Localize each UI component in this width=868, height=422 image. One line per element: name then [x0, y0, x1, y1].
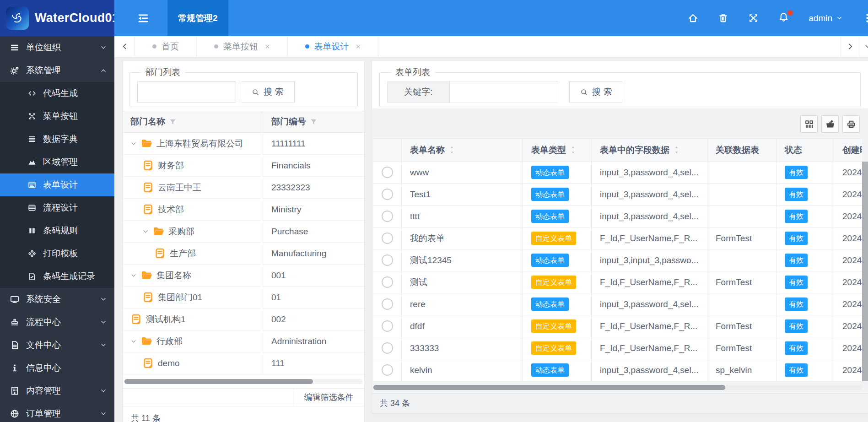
radio-button[interactable]	[382, 364, 393, 376]
radio-button[interactable]	[382, 276, 393, 288]
notifications-button[interactable]	[778, 12, 789, 24]
column-header-dept-name[interactable]: 部门名称	[123, 111, 262, 132]
department-row[interactable]: 财务部Financials	[123, 155, 364, 177]
column-header-form-name[interactable]: 表单名称	[402, 139, 523, 161]
radio-button[interactable]	[382, 298, 393, 310]
sort-icon[interactable]	[674, 145, 679, 155]
department-row[interactable]: 生产部Manufacturing	[123, 243, 364, 265]
home-icon[interactable]	[688, 13, 698, 23]
sidebar-item-region[interactable]: 区域管理	[0, 151, 114, 173]
form-row[interactable]: kelvin动态表单input_3,password_4,sel...sp_ke…	[373, 359, 862, 381]
tab-form-design[interactable]: 表单设计×	[288, 36, 379, 57]
sidebar-item-flow-center[interactable]: 流程中心	[0, 311, 114, 334]
filter-icon[interactable]	[310, 119, 317, 125]
fullscreen-icon[interactable]	[748, 13, 759, 23]
sort-icon[interactable]	[570, 145, 576, 155]
form-name: 我的表单	[402, 227, 523, 249]
scrollbar-thumb[interactable]	[373, 385, 725, 390]
tab-close-icon[interactable]: ×	[265, 43, 270, 51]
trash-icon[interactable]	[718, 13, 728, 23]
department-row[interactable]: 云南王中王23332323	[123, 177, 364, 199]
dept-name-cell: 集团名称	[123, 265, 262, 286]
form-row[interactable]: 我的表单自定义表单F_Id,F_UserName,F_R...FormTest有…	[373, 227, 862, 249]
more-options-icon[interactable]	[862, 13, 868, 23]
sidebar-item-barcode-rule[interactable]: 条码规则	[0, 219, 114, 242]
sort-icon[interactable]	[449, 145, 455, 155]
status-cell: 有效	[776, 359, 834, 381]
radio-button[interactable]	[382, 320, 393, 332]
department-row[interactable]: demo111	[123, 352, 364, 374]
created-time: 2024-0	[834, 206, 862, 227]
vertical-scrollbar[interactable]	[862, 162, 868, 381]
form-table: 表单名称 表单类型 表单中的字段数据 关联数据表	[373, 138, 862, 381]
sidebar-item-org[interactable]: 单位组织	[0, 36, 114, 59]
dept-code: 23332323	[262, 177, 364, 198]
department-search-button[interactable]: 搜 索	[241, 81, 295, 103]
department-row[interactable]: 技术部Ministry	[123, 199, 364, 221]
sidebar-item-barcode-log[interactable]: 条码生成记录	[0, 265, 114, 288]
radio-button[interactable]	[382, 233, 393, 244]
sidebar-item-system[interactable]: 系统管理	[0, 59, 114, 82]
sidebar-item-content-mgmt[interactable]: 内容管理	[0, 379, 114, 402]
form-row[interactable]: tttt动态表单input_3,password_4,sel...有效2024-…	[373, 206, 862, 227]
tabs-dropdown-button[interactable]	[860, 36, 868, 57]
form-row[interactable]: 测试12345动态表单input_3,input_3,passwo...有效20…	[373, 249, 862, 271]
department-search-input[interactable]	[137, 81, 236, 103]
department-row[interactable]: 集团部门0101	[123, 287, 364, 308]
tab-home[interactable]: 首页	[135, 36, 197, 57]
filter-icon[interactable]	[169, 119, 176, 125]
radio-button[interactable]	[382, 254, 393, 266]
column-header-form-type[interactable]: 表单类型	[523, 139, 592, 161]
department-row[interactable]: 集团名称001	[123, 265, 364, 287]
sidebar-item-flow-design[interactable]: 流程设计	[0, 196, 114, 219]
form-row[interactable]: 333333自定义表单F_Id,F_UserName,F_R...FormTes…	[373, 337, 862, 359]
radio-button[interactable]	[382, 211, 393, 222]
sidebar-collapse-icon[interactable]	[137, 12, 149, 24]
department-search-fieldset: 部门列表 搜 索	[129, 66, 358, 107]
sidebar-item-security[interactable]: 系统安全	[0, 288, 114, 311]
arrows-icon	[28, 112, 36, 120]
sidebar-item-data-dict[interactable]: 数据字典	[0, 128, 114, 151]
sidebar-item-form-design[interactable]: 表单设计	[0, 173, 114, 196]
scrollbar-thumb[interactable]	[124, 379, 313, 384]
form-row-select-cell	[373, 315, 402, 337]
tabs-scroll-right-button[interactable]	[841, 36, 860, 57]
sidebar-item-order-mgmt[interactable]: 订单管理	[0, 402, 114, 422]
top-tab-label: 常规管理2	[178, 12, 218, 24]
form-row[interactable]: rere动态表单input_3,password_4,sel...有效2024-…	[373, 293, 862, 315]
sidebar-item-info-center[interactable]: 信息中心	[0, 357, 114, 379]
top-tab-general-management[interactable]: 常规管理2	[167, 0, 228, 36]
radio-button[interactable]	[382, 189, 393, 200]
document-icon	[154, 248, 166, 259]
department-row[interactable]: 测试机构1002	[123, 308, 364, 330]
form-search-button[interactable]: 搜 索	[569, 81, 623, 103]
horizontal-scrollbar	[373, 385, 862, 390]
radio-button[interactable]	[382, 167, 393, 178]
tabs-scroll-left-button[interactable]	[114, 36, 135, 57]
status-badge: 有效	[785, 319, 808, 333]
export-button[interactable]	[821, 115, 839, 133]
sidebar-item-code-gen[interactable]: 代码生成	[0, 82, 114, 105]
form-row[interactable]: dfdf自定义表单F_Id,F_UserName,F_R...FormTest有…	[373, 315, 862, 337]
department-row[interactable]: 上海东鞋贸易有限公司11111111	[123, 133, 364, 155]
radio-button[interactable]	[382, 342, 393, 354]
form-row[interactable]: Test1动态表单input_3,password_4,sel...有效2024…	[373, 184, 862, 206]
user-menu[interactable]: admin	[809, 13, 842, 23]
search-button-label: 搜 索	[592, 86, 612, 98]
department-row[interactable]: 采购部Purchase	[123, 221, 364, 243]
print-button[interactable]	[842, 115, 860, 133]
sidebar-item-label: 菜单按钮	[43, 110, 78, 122]
column-header-dept-code[interactable]: 部门编号	[262, 111, 364, 132]
department-row[interactable]: 行政部Administration	[123, 330, 364, 352]
form-row[interactable]: www动态表单input_3,password_4,sel...有效2024-0	[373, 162, 862, 184]
form-row[interactable]: 测试自定义表单F_Id,F_UserName,F_R...FormTest有效2…	[373, 271, 862, 293]
column-header-form-fields[interactable]: 表单中的字段数据	[592, 139, 707, 161]
sidebar-item-print-template[interactable]: 打印模板	[0, 242, 114, 265]
sidebar-item-menu-button[interactable]: 菜单按钮	[0, 105, 114, 128]
toggle-columns-button[interactable]	[800, 115, 818, 133]
edit-filter-conditions-link[interactable]: 编辑筛选条件	[293, 389, 364, 406]
keyword-input[interactable]	[450, 81, 558, 103]
sidebar-item-file-center[interactable]: 文件中心	[0, 334, 114, 357]
tab-close-icon[interactable]: ×	[356, 43, 361, 51]
tab-menu-button[interactable]: 菜单按钮×	[197, 36, 288, 57]
